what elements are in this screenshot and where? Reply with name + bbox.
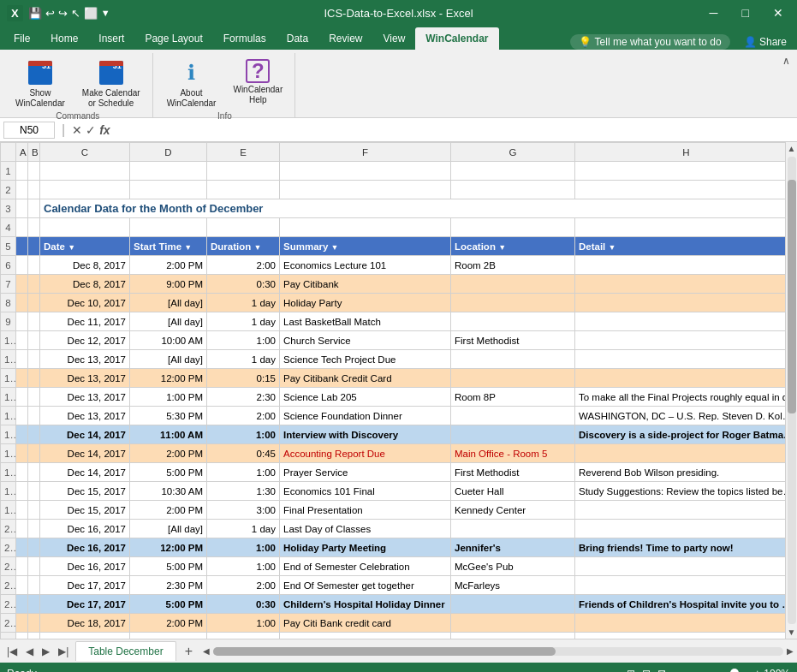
- cell-b2[interactable]: [28, 181, 40, 199]
- cell-summary-22[interactable]: End of Semester Celebration: [280, 557, 451, 576]
- cell-a18[interactable]: [16, 482, 28, 501]
- cell-location-14[interactable]: [451, 407, 575, 425]
- cell-starttime-16[interactable]: 2:00 PM: [130, 444, 207, 463]
- cell-detail-25[interactable]: [575, 614, 786, 633]
- cell-date-header[interactable]: Date ▼: [40, 237, 130, 256]
- cell-location-25[interactable]: [451, 614, 575, 633]
- cell-duration-9[interactable]: 1 day: [207, 312, 280, 331]
- cell-a24[interactable]: [16, 595, 28, 614]
- cell-detail-15[interactable]: Discovery is a side-project for Roger Ba…: [575, 425, 786, 444]
- cell-duration-8[interactable]: 1 day: [207, 294, 280, 312]
- cell-b19[interactable]: [28, 501, 40, 520]
- cell-g1[interactable]: [451, 162, 575, 181]
- cancel-formula-icon[interactable]: ✕: [72, 123, 82, 137]
- cell-b1[interactable]: [28, 162, 40, 181]
- cell-date-9[interactable]: Dec 11, 2017: [40, 312, 130, 331]
- cell-a16[interactable]: [16, 444, 28, 463]
- cell-duration-12[interactable]: 0:15: [207, 369, 280, 388]
- more-icon[interactable]: ▼: [101, 8, 110, 18]
- cell-duration-23[interactable]: 2:00: [207, 576, 280, 595]
- cell-summary-17[interactable]: Prayer Service: [280, 463, 451, 482]
- cell-detail-18[interactable]: Study Suggestions: Review the topics lis…: [575, 482, 786, 501]
- cell-e4[interactable]: [207, 218, 280, 237]
- cell-a11[interactable]: [16, 350, 28, 369]
- cell-b23[interactable]: [28, 576, 40, 595]
- cell-date-23[interactable]: Dec 17, 2017: [40, 576, 130, 595]
- formula-input[interactable]: [114, 122, 794, 138]
- vscroll-thumb[interactable]: [788, 180, 796, 413]
- cell-location-16[interactable]: Main Office - Room 5: [451, 444, 575, 463]
- cell-duration-24[interactable]: 0:30: [207, 595, 280, 614]
- cell-starttime-19[interactable]: 2:00 PM: [130, 501, 207, 520]
- cell-summary-12[interactable]: Pay Citibank Credit Card: [280, 369, 451, 388]
- cell-date-24[interactable]: Dec 17, 2017: [40, 595, 130, 614]
- sheet-nav-first[interactable]: |◀: [3, 644, 21, 659]
- cell-date-17[interactable]: Dec 14, 2017: [40, 463, 130, 482]
- cell-a15[interactable]: [16, 425, 28, 444]
- cell-starttime-23[interactable]: 2:30 PM: [130, 576, 207, 595]
- cell-h4[interactable]: [575, 218, 786, 237]
- cell-starttime-17[interactable]: 5:00 PM: [130, 463, 207, 482]
- cell-h1[interactable]: [575, 162, 786, 181]
- cell-c4[interactable]: [40, 218, 130, 237]
- cell-duration-19[interactable]: 3:00: [207, 501, 280, 520]
- cell-duration-21[interactable]: 1:00: [207, 538, 280, 557]
- tab-insert[interactable]: Insert: [88, 27, 134, 50]
- vscroll-up-button[interactable]: ▲: [786, 142, 797, 155]
- about-wincalendar-button[interactable]: ℹ AboutWinCalendar: [162, 56, 222, 111]
- cell-detail-9[interactable]: [575, 312, 786, 331]
- cell-summary-23[interactable]: End Of Semester get together: [280, 576, 451, 595]
- cell-date-18[interactable]: Dec 15, 2017: [40, 482, 130, 501]
- cell-detail-20[interactable]: [575, 520, 786, 538]
- cell-duration-25[interactable]: 1:00: [207, 614, 280, 633]
- cell-starttime-12[interactable]: 12:00 PM: [130, 369, 207, 388]
- cell-b6[interactable]: [28, 256, 40, 275]
- cell-location-19[interactable]: Kennedy Center: [451, 501, 575, 520]
- cell-g4[interactable]: [451, 218, 575, 237]
- sheet-nav-next[interactable]: ▶: [39, 644, 53, 659]
- cell-duration-10[interactable]: 1:00: [207, 331, 280, 350]
- cell-location-22[interactable]: McGee's Pub: [451, 557, 575, 576]
- cell-a23[interactable]: [16, 576, 28, 595]
- cell-summary-header[interactable]: Summary ▼: [280, 237, 451, 256]
- cell-summary-13[interactable]: Science Lab 205: [280, 388, 451, 407]
- cell-duration-6[interactable]: 2:00: [207, 256, 280, 275]
- cell-f2[interactable]: [280, 181, 451, 199]
- col-header-h[interactable]: H: [575, 143, 786, 162]
- cell-b21[interactable]: [28, 538, 40, 557]
- col-header-a[interactable]: A: [16, 143, 28, 162]
- cell-duration-16[interactable]: 0:45: [207, 444, 280, 463]
- cell-detail-16[interactable]: [575, 444, 786, 463]
- cell-b13[interactable]: [28, 388, 40, 407]
- cell-detail-8[interactable]: [575, 294, 786, 312]
- cell-summary-14[interactable]: Science Foundation Dinner: [280, 407, 451, 425]
- cell-b11[interactable]: [28, 350, 40, 369]
- cell-starttime-13[interactable]: 1:00 PM: [130, 388, 207, 407]
- maximize-button[interactable]: □: [735, 4, 756, 21]
- cell-detail-21[interactable]: Bring friends! Time to party now!: [575, 538, 786, 557]
- cell-b17[interactable]: [28, 463, 40, 482]
- cell-duration-17[interactable]: 1:00: [207, 463, 280, 482]
- hscroll-right-button[interactable]: ▶: [787, 646, 794, 656]
- hscroll-thumb[interactable]: [213, 647, 556, 656]
- cell-b16[interactable]: [28, 444, 40, 463]
- cell-a10[interactable]: [16, 331, 28, 350]
- cell-a25[interactable]: [16, 614, 28, 633]
- shapes-icon[interactable]: ⬜: [84, 7, 98, 20]
- cell-a4[interactable]: [16, 218, 28, 237]
- tab-file[interactable]: File: [3, 27, 40, 50]
- cell-date-26[interactable]: Dec 19, 2017: [40, 633, 130, 639]
- cursor-icon[interactable]: ↖: [71, 7, 80, 20]
- cell-a9[interactable]: [16, 312, 28, 331]
- vscroll-down-button[interactable]: ▼: [786, 626, 797, 639]
- cell-detail-17[interactable]: Reverend Bob Wilson presiding.: [575, 463, 786, 482]
- tab-review[interactable]: Review: [318, 27, 372, 50]
- cell-summary-16[interactable]: Accounting Report Due: [280, 444, 451, 463]
- cell-detail-23[interactable]: [575, 576, 786, 595]
- zoom-out-button[interactable]: −: [673, 668, 679, 673]
- cell-detail-6[interactable]: [575, 256, 786, 275]
- help-button[interactable]: ? WinCalendarHelp: [228, 56, 288, 108]
- cell-date-11[interactable]: Dec 13, 2017: [40, 350, 130, 369]
- horizontal-scrollbar[interactable]: ◀ ▶: [199, 646, 797, 656]
- cell-a5[interactable]: [16, 237, 28, 256]
